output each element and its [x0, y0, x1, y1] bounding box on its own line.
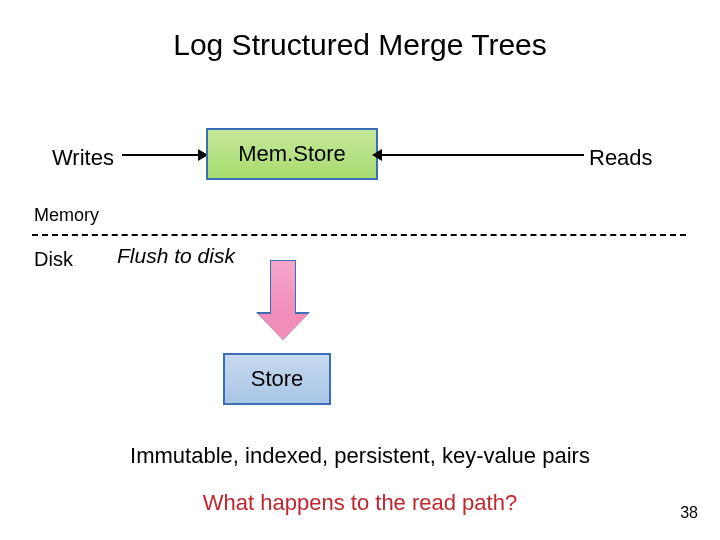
store-box: Store	[223, 353, 331, 405]
slide-title: Log Structured Merge Trees	[0, 28, 720, 62]
reads-arrow	[378, 154, 584, 156]
memstore-box: Mem.Store	[206, 128, 378, 180]
writes-arrow	[122, 154, 202, 156]
flush-arrow-head	[258, 314, 308, 340]
immutable-description: Immutable, indexed, persistent, key-valu…	[0, 443, 720, 469]
disk-label: Disk	[34, 248, 73, 271]
memory-disk-divider	[32, 234, 686, 236]
memory-label: Memory	[34, 205, 99, 226]
flush-label: Flush to disk	[117, 244, 235, 268]
flush-arrow-body	[270, 260, 296, 315]
writes-label: Writes	[52, 145, 114, 171]
reads-arrow-head	[372, 149, 382, 161]
question-text: What happens to the read path?	[0, 490, 720, 516]
reads-label: Reads	[589, 145, 653, 171]
page-number: 38	[680, 504, 698, 522]
